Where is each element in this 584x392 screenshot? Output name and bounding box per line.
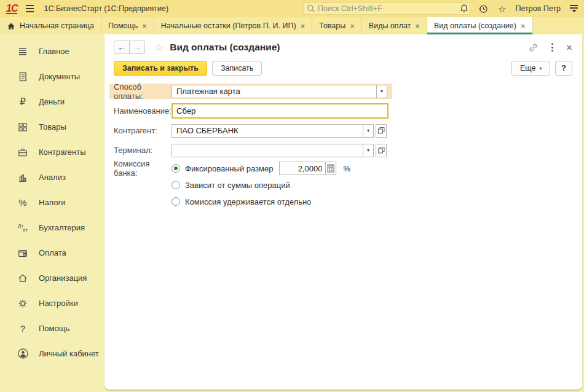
- user-circle-icon: [17, 348, 29, 360]
- top-bar: 1С 1С:БизнесСтарт (1С:Предприятие) ☆ Пет…: [0, 0, 584, 17]
- debit-credit-icon: ДтКт: [17, 222, 29, 234]
- terminal-row: Терминал: ▾: [114, 143, 582, 158]
- percent-unit-label: %: [343, 164, 350, 173]
- sidebar-item-nastroyki[interactable]: Настройки: [0, 291, 105, 316]
- tab-pomosch[interactable]: Помощь ×: [101, 17, 154, 34]
- sidebar-item-glavnoe[interactable]: Главное: [0, 39, 105, 64]
- window-more-menu-icon[interactable]: [550, 42, 554, 53]
- 1c-logo[interactable]: 1С: [6, 4, 17, 14]
- service-menu-icon[interactable]: [570, 5, 578, 12]
- get-link-icon[interactable]: [528, 42, 539, 53]
- sidebar-item-kontragenty[interactable]: Контрагенты: [0, 139, 105, 165]
- sidebar-item-dokumenty[interactable]: Документы: [0, 64, 105, 89]
- wallet-icon: [17, 247, 29, 259]
- open-windows-tabbar: Начальная страница Помощь × Начальные ос…: [0, 17, 584, 34]
- sidebar-item-pomosch[interactable]: ? Помощь: [0, 316, 105, 341]
- sidebar-item-dengi[interactable]: ₽ Деньги: [0, 89, 105, 114]
- history-icon[interactable]: [478, 4, 489, 14]
- sidebar-item-organizatsiya[interactable]: Организация: [0, 265, 105, 291]
- counterparty-open-button[interactable]: [376, 124, 387, 138]
- tab-home[interactable]: Начальная страница: [0, 17, 101, 34]
- help-button[interactable]: ?: [555, 61, 572, 76]
- question-icon: ?: [17, 323, 29, 335]
- commission-row: Комиссия банка: Фиксированный размер %: [114, 162, 582, 174]
- payment-method-select[interactable]: Платежная карта: [172, 85, 377, 98]
- back-button[interactable]: ←: [114, 41, 130, 54]
- percent-icon: %: [17, 197, 29, 209]
- favorite-star-icon[interactable]: ☆: [154, 42, 164, 53]
- commission-fixed-radio[interactable]: [172, 164, 180, 173]
- form-window: ← → ☆ Вид оплаты (создание) × Записать и…: [105, 34, 582, 390]
- sidebar-item-analiz[interactable]: Анализ: [0, 165, 105, 190]
- commission-separate-radio[interactable]: [172, 197, 180, 206]
- terminal-dropdown-button[interactable]: ▾: [363, 144, 374, 157]
- name-input[interactable]: [172, 103, 389, 119]
- payment-method-label: Способ оплаты:: [114, 82, 172, 101]
- payment-method-row: Способ оплаты: Платежная карта ▾: [109, 84, 392, 99]
- document-icon: [17, 71, 29, 83]
- chevron-down-icon: ▾: [539, 66, 542, 71]
- terminal-open-button[interactable]: [376, 144, 387, 157]
- save-and-close-button[interactable]: Записать и закрыть: [114, 61, 207, 76]
- forward-button[interactable]: →: [129, 41, 145, 54]
- search-icon: [307, 4, 315, 13]
- tab-vidy-oplat[interactable]: Виды оплат ×: [362, 17, 427, 34]
- terminal-label: Терминал:: [114, 146, 172, 155]
- sidebar-item-buhgalteriya[interactable]: ДтКт Бухгалтерия: [0, 215, 105, 240]
- commission-option-row: Зависит от суммы операций: [172, 179, 582, 191]
- more-button[interactable]: Еще▾: [511, 61, 550, 76]
- current-user[interactable]: Петров Петр: [516, 4, 561, 13]
- commission-depends-radio[interactable]: [172, 181, 180, 189]
- payment-method-dropdown-button[interactable]: ▾: [376, 85, 387, 98]
- notifications-bell-icon[interactable]: [459, 4, 469, 14]
- tab-close-icon[interactable]: ×: [142, 22, 147, 30]
- tab-nachalnye-ostatki[interactable]: Начальные остатки (Петров П. И. ИП) ×: [154, 17, 312, 34]
- calculator-button[interactable]: [325, 162, 336, 175]
- counterparty-dropdown-button[interactable]: ▾: [363, 124, 374, 138]
- sidebar-item-nalogi[interactable]: % Налоги: [0, 190, 105, 215]
- commission-amount-input[interactable]: [279, 162, 326, 175]
- tab-close-icon[interactable]: ×: [350, 22, 355, 30]
- name-row: Наименование:: [114, 103, 582, 119]
- commission-option-row: Комиссия удерживается отдельно: [172, 195, 582, 208]
- house-icon: [17, 272, 29, 284]
- tab-close-icon[interactable]: ×: [415, 22, 420, 30]
- bar-chart-icon: [17, 171, 29, 184]
- name-label: Наименование:: [114, 106, 172, 116]
- terminal-field[interactable]: [172, 144, 363, 157]
- chevron-down-icon: ▾: [367, 128, 369, 133]
- commission-depends-label[interactable]: Зависит от суммы операций: [185, 181, 290, 190]
- sidebar-item-tovary[interactable]: Товары: [0, 114, 105, 139]
- search-input[interactable]: [318, 4, 467, 13]
- save-button[interactable]: Записать: [212, 61, 262, 76]
- commission-separate-label[interactable]: Комиссия удерживается отдельно: [185, 197, 311, 206]
- tab-label: Начальная страница: [20, 22, 94, 30]
- counterparty-label: Контрагент:: [114, 126, 172, 135]
- window-close-icon[interactable]: ×: [566, 42, 572, 53]
- home-icon: [7, 22, 15, 30]
- tab-label: Начальные остатки (Петров П. И. ИП): [161, 22, 296, 30]
- tab-close-icon[interactable]: ×: [301, 22, 306, 30]
- counterparty-row: Контрагент: ПАО СБЕРБАНК ▾: [114, 123, 582, 138]
- main-menu-icon[interactable]: [26, 5, 34, 12]
- counterparty-field[interactable]: ПАО СБЕРБАНК: [172, 124, 363, 138]
- sidebar-item-lichnyy-kabinet[interactable]: Личный кабинет: [0, 341, 105, 366]
- main-sidebar: Главное Документы ₽ Деньги Товары Контра…: [0, 34, 105, 392]
- tab-tovary[interactable]: Товары ×: [312, 17, 362, 34]
- commission-label: Комиссия банка:: [114, 159, 172, 178]
- commission-fixed-label[interactable]: Фиксированный размер: [185, 164, 273, 173]
- tab-label: Помощь: [108, 22, 138, 30]
- page-title: Вид оплаты (создание): [170, 42, 280, 53]
- tab-label: Товары: [319, 22, 345, 30]
- chevron-down-icon: ▾: [381, 88, 383, 94]
- favorites-star-icon[interactable]: ☆: [498, 4, 506, 14]
- global-search[interactable]: [303, 2, 470, 15]
- sidebar-item-oplata[interactable]: Оплата: [0, 240, 105, 265]
- tab-label: Вид оплаты (создание): [434, 22, 516, 30]
- tab-close-icon[interactable]: ×: [521, 22, 526, 30]
- app-title: 1С:БизнесСтарт (1С:Предприятие): [44, 4, 168, 13]
- menu-lines-icon: [17, 45, 29, 58]
- gear-icon: [17, 297, 29, 310]
- chevron-down-icon: ▾: [367, 147, 369, 153]
- tab-vid-oplaty-sozdanie[interactable]: Вид оплаты (создание) ×: [427, 17, 533, 34]
